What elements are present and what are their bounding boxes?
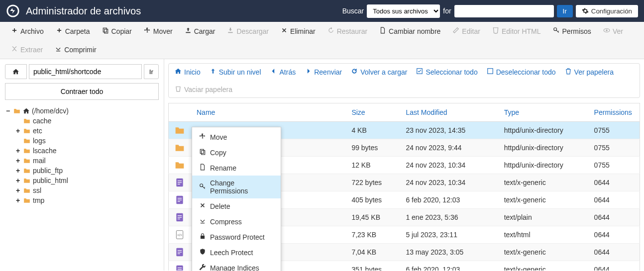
uncheckall-icon bbox=[487, 68, 494, 76]
col-type-header[interactable]: Type bbox=[498, 103, 588, 122]
settings-button[interactable]: Configuración bbox=[576, 5, 638, 17]
eye-icon bbox=[603, 27, 610, 35]
svg-rect-17 bbox=[202, 151, 205, 155]
gear-icon bbox=[582, 7, 589, 14]
collapse-all-button[interactable]: Contraer todo bbox=[5, 83, 159, 100]
home-icon bbox=[12, 68, 19, 75]
toolbar-editar-button: Editar bbox=[446, 22, 486, 40]
toolbar-mover-button[interactable]: Mover bbox=[138, 22, 179, 40]
search-label: Buscar bbox=[342, 7, 364, 15]
search-go-button[interactable]: Ir bbox=[557, 5, 573, 17]
tree-item-ssl[interactable]: +ssl bbox=[5, 185, 159, 195]
folder-icon bbox=[23, 127, 31, 134]
upload-icon bbox=[185, 27, 192, 35]
toolbar-comprimir-button[interactable]: Comprimir bbox=[49, 40, 103, 59]
ctx-delete[interactable]: Delete bbox=[192, 198, 281, 214]
ctx-copy[interactable]: Copy bbox=[192, 145, 281, 160]
file-modified: 24 nov 2023, 9:44 bbox=[400, 139, 498, 157]
move-icon bbox=[199, 133, 206, 141]
toolbar-descargar-button: Descargar bbox=[221, 22, 275, 40]
path-go-button[interactable]: Ir bbox=[144, 64, 159, 79]
file-permissions: 0644 bbox=[588, 244, 640, 261]
ctx-leech-protect[interactable]: Leech Protect bbox=[192, 245, 281, 260]
file-icon bbox=[199, 164, 206, 172]
svg-text:</>: </> bbox=[177, 233, 182, 237]
file-size: 7,04 KB bbox=[345, 244, 400, 261]
toolbar-cambiar-nombre-button[interactable]: Cambiar nombre bbox=[373, 22, 446, 40]
action-deseleccionar-todo-button[interactable]: Deseleccionar todo bbox=[487, 68, 556, 76]
file-permissions: 0644 bbox=[588, 209, 640, 226]
file-modified: 5 jul 2023, 23:11 bbox=[400, 226, 498, 244]
tree-item-public_html[interactable]: +public_html bbox=[5, 176, 159, 185]
action-reenviar-button[interactable]: Reenviar bbox=[305, 68, 342, 76]
action-subir-un-nivel-button[interactable]: Subir un nivel bbox=[210, 68, 261, 76]
folder-icon bbox=[23, 187, 31, 194]
svg-point-5 bbox=[606, 29, 608, 31]
file-type: httpd/unix-directory bbox=[498, 157, 588, 174]
file-size: 351 bytes bbox=[345, 261, 400, 271]
copy-icon bbox=[102, 27, 109, 35]
ctx-move[interactable]: Move bbox=[192, 129, 281, 145]
toolbar-archivo-button[interactable]: Archivo bbox=[5, 22, 50, 40]
tree-item-logs[interactable]: logs bbox=[5, 136, 159, 146]
action-inicio-button[interactable]: Inicio bbox=[175, 68, 201, 76]
path-input[interactable] bbox=[29, 64, 142, 79]
file-size: 19,45 KB bbox=[345, 209, 400, 226]
toolbar-editor-html-button: Editor HTML bbox=[486, 22, 547, 40]
svg-rect-19 bbox=[201, 236, 205, 239]
top-header: Administrador de archivos Buscar Todos s… bbox=[0, 0, 644, 22]
ctx-change-permissions[interactable]: Change Permissions bbox=[192, 176, 281, 198]
col-size-header[interactable]: Size bbox=[345, 103, 400, 122]
plus-icon bbox=[11, 27, 18, 35]
col-permissions-header[interactable]: Permissions bbox=[588, 103, 640, 122]
tree-item-lscache[interactable]: +lscache bbox=[5, 146, 159, 156]
up-icon bbox=[210, 68, 216, 76]
toolbar-copiar-button[interactable]: Copiar bbox=[96, 22, 138, 40]
compress-icon bbox=[55, 45, 62, 54]
tree-item-public_ftp[interactable]: +public_ftp bbox=[5, 166, 159, 176]
back-icon bbox=[270, 68, 277, 76]
plus-icon bbox=[56, 27, 63, 35]
action-bar: InicioSubir un nivelAtrásReenviarVolver … bbox=[168, 63, 640, 98]
ctx-password-protect[interactable]: Password Protect bbox=[192, 229, 281, 245]
search-input[interactable] bbox=[454, 5, 554, 17]
action-volver-a-cargar-button[interactable]: Volver a cargar bbox=[351, 68, 407, 76]
home-icon bbox=[23, 107, 30, 114]
file-size: 4 KB bbox=[345, 122, 400, 139]
home-path-button[interactable] bbox=[5, 64, 27, 79]
tree-item-etc[interactable]: +etc bbox=[5, 126, 159, 136]
action-atrás-button[interactable]: Atrás bbox=[270, 68, 296, 76]
folder-icon bbox=[23, 177, 31, 184]
file-size: 99 bytes bbox=[345, 139, 400, 157]
ctx-rename[interactable]: Rename bbox=[192, 160, 281, 176]
toolbar-eliminar-button[interactable]: Eliminar bbox=[275, 22, 322, 40]
file-type: httpd/unix-directory bbox=[498, 122, 588, 139]
col-icon-header[interactable] bbox=[169, 103, 191, 122]
file-permissions: 0755 bbox=[588, 139, 640, 157]
path-row: Ir bbox=[5, 64, 159, 79]
toolbar-cargar-button[interactable]: Cargar bbox=[179, 22, 221, 40]
tree-item-mail[interactable]: +mail bbox=[5, 156, 159, 166]
file-permissions: 0755 bbox=[588, 157, 640, 174]
main-toolbar: ArchivoCarpetaCopiarMoverCargarDescargar… bbox=[0, 22, 644, 59]
shield-icon bbox=[199, 248, 206, 257]
file-permissions: 0644 bbox=[588, 261, 640, 271]
ctx-compress[interactable]: Compress bbox=[192, 214, 281, 229]
toolbar-carpeta-button[interactable]: Carpeta bbox=[50, 22, 96, 40]
search-scope-select[interactable]: Todos sus archivos bbox=[367, 4, 440, 18]
action-seleccionar-todo-button[interactable]: Seleccionar todo bbox=[416, 68, 477, 76]
file-modified: 13 may 2023, 3:05 bbox=[400, 244, 498, 261]
html-icon bbox=[492, 27, 499, 35]
col-name-header[interactable]: Name bbox=[191, 103, 345, 122]
tree-item-tmp[interactable]: +tmp bbox=[5, 195, 159, 205]
tree-item-cache[interactable]: cache bbox=[5, 116, 159, 126]
tree-root[interactable]: −(/home/dcv) bbox=[5, 106, 159, 116]
left-panel: Ir Contraer todo −(/home/dcv)cache+etclo… bbox=[0, 59, 164, 271]
folder-icon bbox=[23, 157, 31, 164]
file-modified: 24 nov 2023, 10:34 bbox=[400, 174, 498, 191]
toolbar-permisos-button[interactable]: Permisos bbox=[547, 22, 597, 40]
action-vaciar-papelera-button: Vaciar papelera bbox=[175, 85, 232, 93]
ctx-manage-indices[interactable]: Manage Indices bbox=[192, 260, 281, 271]
action-ver-papelera-button[interactable]: Ver papelera bbox=[565, 68, 614, 76]
col-modified-header[interactable]: Last Modified bbox=[400, 103, 498, 122]
